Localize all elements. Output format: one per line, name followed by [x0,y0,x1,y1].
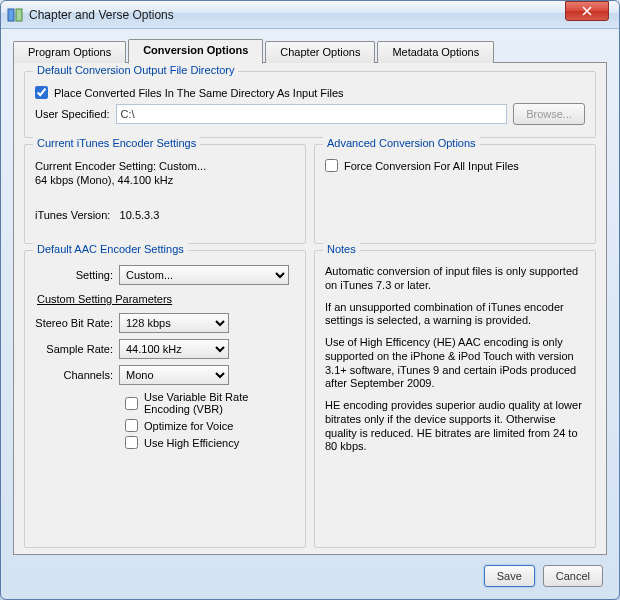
setting-select[interactable]: Custom... [119,265,289,285]
group-output-directory: Default Conversion Output File Directory… [24,71,596,138]
svg-rect-1 [16,9,22,21]
place-same-dir-checkbox[interactable] [35,86,48,99]
cancel-button[interactable]: Cancel [543,565,603,587]
svg-rect-0 [8,9,14,21]
notes-paragraph: HE encoding provides superior audio qual… [325,399,585,454]
tab-conversion-options[interactable]: Conversion Options [128,39,263,64]
current-encoder-line1: Current Encoder Setting: Custom... [35,159,295,173]
tab-chapter-options[interactable]: Chapter Options [265,41,375,63]
group-advanced-options: Advanced Conversion Options Force Conver… [314,144,596,244]
itunes-version-label: iTunes Version: [35,209,110,221]
browse-button[interactable]: Browse... [513,103,585,125]
dialog-footer: Save Cancel [13,555,607,587]
sample-rate-select[interactable]: 44.100 kHz [119,339,229,359]
itunes-version-value: 10.5.3.3 [120,209,160,221]
save-button[interactable]: Save [484,565,535,587]
app-icon [7,7,23,23]
group-legend: Advanced Conversion Options [323,137,480,149]
window-body: Program Options Conversion Options Chapt… [1,29,619,599]
user-specified-label: User Specified: [35,108,110,120]
optimize-voice-label: Optimize for Voice [144,420,233,432]
group-legend: Notes [323,243,360,257]
vbr-checkbox[interactable] [125,397,138,410]
tab-panel: Default Conversion Output File Directory… [13,62,607,555]
tabstrip: Program Options Conversion Options Chapt… [13,39,607,63]
group-aac-encoder: Default AAC Encoder Settings Setting: Cu… [24,250,306,548]
notes-paragraph: Automatic conversion of input files is o… [325,265,585,293]
stereo-bitrate-label: Stereo Bit Rate: [35,317,113,329]
titlebar[interactable]: Chapter and Verse Options [1,1,619,29]
group-legend: Default Conversion Output File Directory [33,64,238,76]
high-efficiency-label: Use High Efficiency [144,437,239,449]
group-legend: Default AAC Encoder Settings [33,243,188,255]
window-title: Chapter and Verse Options [29,8,619,22]
stereo-bitrate-select[interactable]: 128 kbps [119,313,229,333]
vbr-label: Use Variable Bit Rate Encoding (VBR) [144,391,295,415]
custom-params-heading: Custom Setting Parameters [37,293,295,305]
user-specified-input[interactable] [116,104,508,124]
group-current-encoder: Current iTunes Encoder Settings Current … [24,144,306,244]
sample-rate-label: Sample Rate: [35,343,113,355]
close-button[interactable] [565,1,609,21]
channels-label: Channels: [35,369,113,381]
tab-program-options[interactable]: Program Options [13,41,126,63]
options-window: Chapter and Verse Options Program Option… [0,0,620,600]
channels-select[interactable]: Mono [119,365,229,385]
current-encoder-line2: 64 kbps (Mono), 44.100 kHz [35,173,295,187]
group-notes: Notes Automatic conversion of input file… [314,250,596,548]
force-conversion-label: Force Conversion For All Input Files [344,160,519,172]
setting-label: Setting: [35,269,113,281]
notes-paragraph: Use of High Efficency (HE) AAC encoding … [325,336,585,391]
group-legend: Current iTunes Encoder Settings [33,137,200,149]
force-conversion-checkbox[interactable] [325,159,338,172]
place-same-dir-label: Place Converted Files In The Same Direct… [54,87,344,99]
tab-metadata-options[interactable]: Metadata Options [377,41,494,63]
high-efficiency-checkbox[interactable] [125,436,138,449]
optimize-voice-checkbox[interactable] [125,419,138,432]
notes-paragraph: If an unsupported combination of iTunes … [325,301,585,329]
